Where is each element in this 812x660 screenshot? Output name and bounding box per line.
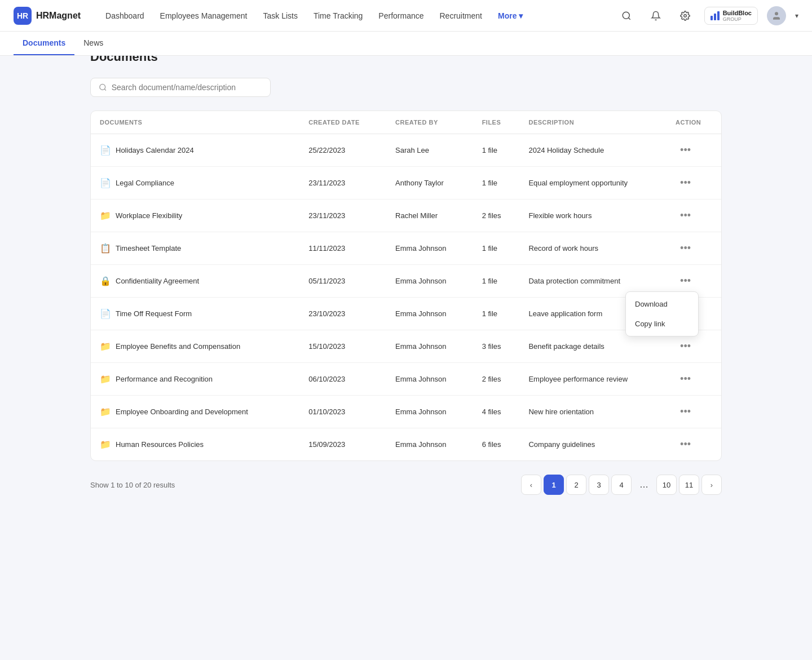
description-cell: Company guidelines [519, 428, 667, 461]
action-more-button[interactable]: ••• [676, 273, 695, 289]
context-menu: DownloadCopy link [625, 291, 699, 336]
col-documents: Documents [91, 111, 299, 134]
sheet-icon: 📋 [100, 243, 111, 254]
files-cell: 1 file [473, 134, 520, 167]
search-icon-btn[interactable] [616, 6, 637, 26]
pagination-next-button[interactable]: › [701, 475, 722, 495]
col-created-by: Created By [386, 111, 473, 134]
brand-text: BuildBloc GROUP [723, 10, 752, 22]
pagination-page-10-button[interactable]: 10 [656, 475, 677, 495]
svg-point-3 [775, 12, 778, 15]
doc-name: Workplace Flexibility [116, 211, 182, 220]
nav-link-task-lists[interactable]: Task Lists [256, 7, 304, 25]
bar3 [717, 11, 720, 20]
notifications-icon-btn[interactable] [646, 6, 666, 26]
doc-name-cell: 📄Time Off Request Form [91, 298, 299, 330]
pagination-page-2-button[interactable]: 2 [566, 475, 586, 495]
action-more-button[interactable]: ••• [676, 436, 695, 453]
created-by-cell: Emma Johnson [386, 265, 473, 298]
dropdown-item-news[interactable]: News [74, 32, 112, 55]
nav-link-recruitment[interactable]: Recruitment [433, 7, 489, 25]
pagination-page-1-button[interactable]: 1 [544, 475, 564, 495]
action-more-button[interactable]: ••• [676, 371, 695, 387]
doc-name-cell: 📋Timesheet Template [91, 232, 299, 265]
table-row: 📄Holidays Calendar 202425/22/2023Sarah L… [91, 134, 721, 167]
action-more-button[interactable]: ••• [676, 207, 695, 224]
created-by-cell: Emma Johnson [386, 396, 473, 428]
nav-link-time-tracking[interactable]: Time Tracking [307, 7, 369, 25]
context-menu-item-download[interactable]: Download [626, 294, 698, 314]
pagination-prev-button[interactable]: ‹ [521, 475, 541, 495]
action-cell: ••• [667, 200, 721, 232]
nav-link-dashboard[interactable]: Dashboard [99, 7, 151, 25]
col-description: Description [519, 111, 667, 134]
table-row: 📁Performance and Recognition06/10/2023Em… [91, 363, 721, 396]
doc-name-cell: 📄Legal Compliance [91, 167, 299, 200]
doc-name: Employee Benefits and Compensation [116, 342, 240, 351]
brand-badge: BuildBloc GROUP [704, 7, 758, 25]
pagination-page-11-button[interactable]: 11 [679, 475, 699, 495]
search-bar [90, 78, 271, 97]
documents-table: DocumentsCreated DateCreated ByFilesDesc… [90, 110, 722, 461]
created-date-cell: 23/11/2023 [299, 167, 386, 200]
action-more-button[interactable]: ••• [676, 142, 695, 158]
description-cell: Employee performance review [519, 363, 667, 396]
shield-icon: 🔒 [100, 276, 111, 286]
pagination-buttons: ‹1234…1011› [521, 475, 722, 495]
context-menu-item-copy-link[interactable]: Copy link [626, 314, 698, 334]
settings-icon-btn[interactable] [675, 6, 695, 26]
created-date-cell: 25/22/2023 [299, 134, 386, 167]
col-action: Action [667, 111, 721, 134]
created-by-cell: Emma Johnson [386, 298, 473, 330]
pagination-page-3-button[interactable]: 3 [589, 475, 609, 495]
description-cell: 2024 Holiday Schedule [519, 134, 667, 167]
created-by-cell: Emma Johnson [386, 232, 473, 265]
doc-name: Timesheet Template [116, 244, 181, 253]
action-more-button[interactable]: ••• [676, 240, 695, 256]
logo[interactable]: HR HRMagnet [14, 7, 81, 25]
created-date-cell: 11/11/2023 [299, 232, 386, 265]
action-cell: ••• [667, 167, 721, 200]
table-row: 📁Employee Onboarding and Development01/1… [91, 396, 721, 428]
svg-point-0 [623, 12, 629, 19]
navbar: HR HRMagnet DashboardEmployees Managemen… [0, 0, 812, 32]
nav-link-performance[interactable]: Performance [372, 7, 430, 25]
doc-name-cell: 📄Holidays Calendar 2024 [91, 134, 299, 167]
nav-link-employees-management[interactable]: Employees Management [153, 7, 254, 25]
created-by-cell: Sarah Lee [386, 134, 473, 167]
col-files: Files [473, 111, 520, 134]
action-more-button[interactable]: ••• [676, 175, 695, 191]
avatar[interactable] [767, 6, 786, 25]
files-cell: 1 file [473, 265, 520, 298]
action-cell: ••• [667, 363, 721, 396]
created-date-cell: 01/10/2023 [299, 396, 386, 428]
table-row: 📁Human Resources Policies15/09/2023Emma … [91, 428, 721, 461]
files-cell: 1 file [473, 298, 520, 330]
pagination-ellipsis: … [634, 475, 654, 495]
created-by-cell: Anthony Taylor [386, 167, 473, 200]
created-date-cell: 15/09/2023 [299, 428, 386, 461]
created-date-cell: 05/11/2023 [299, 265, 386, 298]
doc-name: Confidentiality Agreement [116, 277, 199, 285]
svg-point-2 [683, 14, 686, 17]
nav-links: DashboardEmployees ManagementTask ListsT… [99, 7, 616, 25]
doc-icon: 📄 [100, 308, 111, 319]
more-chevron-icon: ▾ [519, 11, 523, 20]
files-cell: 1 file [473, 167, 520, 200]
doc-name-cell: 📁Performance and Recognition [91, 363, 299, 396]
created-by-cell: Emma Johnson [386, 363, 473, 396]
created-by-cell: Emma Johnson [386, 428, 473, 461]
pagination-page-4-button[interactable]: 4 [611, 475, 632, 495]
dropdown-item-documents[interactable]: Documents [14, 32, 74, 55]
nav-link-more[interactable]: More▾ [491, 7, 529, 25]
description-cell: Equal employment opportunity [519, 167, 667, 200]
action-more-button[interactable]: ••• [676, 404, 695, 420]
search-input[interactable] [112, 83, 262, 92]
doc-name: Human Resources Policies [116, 440, 204, 449]
avatar-chevron-icon[interactable]: ▾ [795, 12, 798, 20]
doc-icon: 📄 [100, 145, 111, 156]
more-dropdown: DocumentsNews [0, 32, 812, 56]
description-cell: Record of work hours [519, 232, 667, 265]
action-more-button[interactable]: ••• [676, 338, 695, 355]
action-cell: ••• [667, 428, 721, 461]
